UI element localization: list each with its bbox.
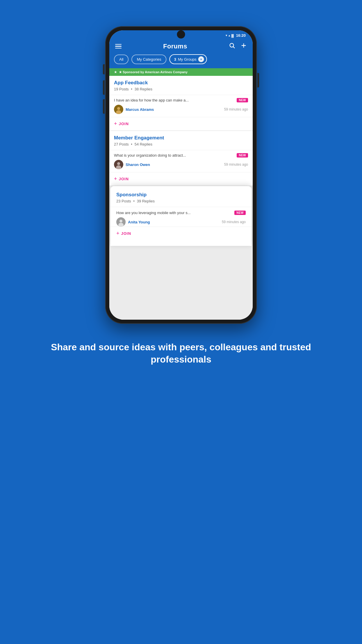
forum-title-app-feedback[interactable]: App Feedback [114,80,248,86]
filter-groups-button[interactable]: 3 My Groups × [169,54,207,64]
forum-title-member-engagement[interactable]: Member Engagement [114,135,248,141]
author-name-anita[interactable]: Anita Young [128,220,150,224]
page-title: Forums [163,43,187,50]
avatar-marcus [114,105,123,114]
forum-content-member-engagement: Member Engagement 27 Posts • 54 Replies [109,131,253,146]
author-name-sharon[interactable]: Sharon Owen [126,162,150,167]
forum-meta-member-engagement: 27 Posts • 54 Replies [114,142,248,146]
avatar-anita [116,217,126,227]
post-author-row-me: Sharon Owen 59 minutes ago [114,160,248,169]
post-snippet-text: I have an idea for how the app can make … [114,98,234,102]
phone-screen: ▾ ▴ ▓ 16:20 Forums [109,30,253,320]
tagline: Share and source ideas with peers, colle… [0,324,362,365]
post-author-row: Marcus Abrams 59 minutes ago [114,105,248,114]
groups-label: My Groups [178,57,197,62]
add-button[interactable] [240,42,247,50]
posts-count: 19 Posts [114,87,129,91]
replies-count: 38 Replies [134,87,152,91]
join-label: JOIN [119,122,129,126]
dot-separator: • [131,87,132,91]
forum-title-sponsorship[interactable]: Sponsorship [116,192,246,198]
top-nav: Forums [109,39,253,54]
join-label-me: JOIN [119,177,129,181]
join-plus-icon-sp: + [116,230,120,237]
post-snippet-row-sp: How are you leveraging mobile with your … [116,211,246,215]
post-snippet-row-me: What is your organization doing to attra… [114,153,248,158]
phone-notch [177,30,185,38]
new-badge-me: NEW [237,153,248,158]
battery-icon: ▓ [231,34,234,37]
join-member-engagement-button[interactable]: + JOIN [109,172,253,186]
power-button [257,73,259,88]
dot-separator-me: • [131,142,132,146]
mute-button [103,64,105,74]
groups-count-badge: 3 [174,57,176,62]
dot-separator-sp: • [133,199,135,203]
volume-up-button [103,80,105,95]
new-badge: NEW [237,98,248,102]
join-app-feedback-button[interactable]: + JOIN [109,117,253,130]
close-groups-filter-icon[interactable]: × [198,56,204,62]
author-info-sp: Anita Young [116,217,150,227]
forum-card-member-engagement: Member Engagement 27 Posts • 54 Replies … [109,131,253,186]
replies-count-me: 54 Replies [134,142,152,146]
status-time: 16:20 [236,33,246,38]
forum-meta-app-feedback: 19 Posts • 38 Replies [114,87,248,91]
post-author-row-sp: Anita Young 59 minutes ago [116,217,246,227]
search-button[interactable] [229,42,235,50]
time-ago-sponsorship: 59 minutes ago [222,220,246,224]
hamburger-menu-icon[interactable] [115,44,122,49]
nav-icons [229,42,247,50]
filter-categories-button[interactable]: My Categories [131,55,166,64]
filter-bar: All My Categories 3 My Groups × [109,54,253,68]
time-ago-member-engagement: 59 minutes ago [224,162,248,167]
join-plus-icon: + [114,121,117,127]
forum-meta-sponsorship: 23 Posts • 39 Replies [116,199,246,203]
new-badge-sp: NEW [234,211,246,215]
post-snippet-row: I have an idea for how the app can make … [114,98,248,102]
forum-post-preview-app-feedback: I have an idea for how the app can make … [109,95,253,117]
sponsored-banner: ★ ★ Sponsored by American Airlines Compa… [109,68,253,76]
time-ago-app-feedback: 59 minutes ago [224,107,248,111]
avatar-sharon [114,160,123,169]
join-plus-icon-me: + [114,176,117,182]
forum-card-sponsorship: Sponsorship 23 Posts • 39 Replies How ar… [110,186,252,246]
author-info: Marcus Abrams [114,105,154,114]
replies-count-sp: 39 Replies [137,199,154,203]
svg-point-0 [230,43,234,47]
star-icon: ★ [114,70,117,74]
sponsored-text: ★ Sponsored by American Airlines Company [119,70,187,74]
content-area: ★ ★ Sponsored by American Airlines Compa… [109,68,253,320]
svg-point-5 [117,107,120,110]
author-info-me: Sharon Owen [114,160,150,169]
posts-count-sp: 23 Posts [116,199,131,203]
signal-icon: ▴ [229,34,230,37]
posts-count-me: 27 Posts [114,142,129,146]
svg-point-11 [120,220,122,223]
author-name-marcus[interactable]: Marcus Abrams [126,107,154,112]
status-icons: ▾ ▴ ▓ [226,34,234,37]
post-snippet-text-sp: How are you leveraging mobile with your … [116,211,232,215]
svg-point-8 [117,162,120,165]
join-sponsorship-button[interactable]: + JOIN [110,227,252,240]
filter-all-button[interactable]: All [114,55,129,64]
volume-down-button [103,99,105,114]
forum-card-app-feedback: ★ ★ Sponsored by American Airlines Compa… [109,68,253,130]
forum-post-preview-member-engagement: What is your organization doing to attra… [109,150,253,172]
forum-content-app-feedback: App Feedback 19 Posts • 38 Replies [109,76,253,91]
join-label-sp: JOIN [121,231,131,236]
svg-line-1 [233,47,235,48]
wifi-icon: ▾ [226,34,227,37]
post-snippet-text-me: What is your organization doing to attra… [114,153,234,158]
phone-frame: ▾ ▴ ▓ 16:20 Forums [105,26,257,324]
